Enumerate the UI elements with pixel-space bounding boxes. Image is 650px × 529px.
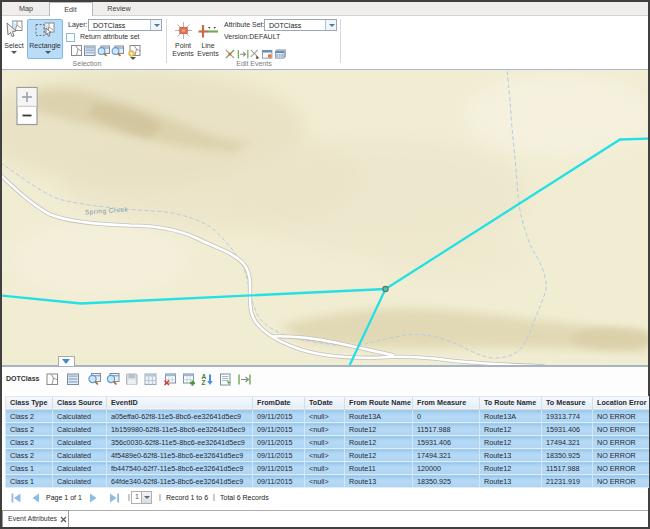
svg-text:Z: Z <box>201 379 205 386</box>
